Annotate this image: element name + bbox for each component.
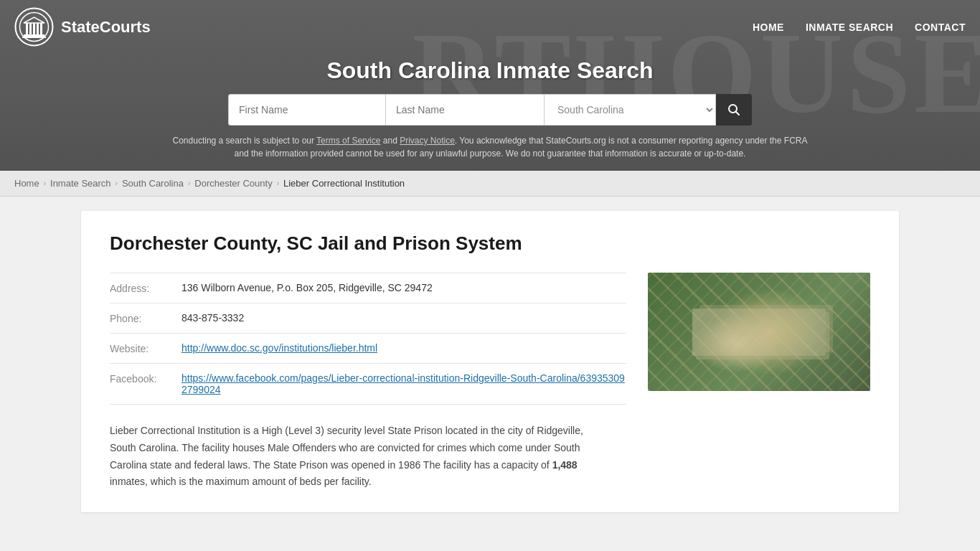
breadcrumb-dorchester-county[interactable]: Dorchester County	[194, 178, 272, 189]
breadcrumb-south-carolina[interactable]: South Carolina	[122, 178, 184, 189]
phone-label: Phone:	[110, 312, 174, 324]
facebook-label: Facebook:	[110, 372, 174, 385]
svg-rect-9	[22, 37, 46, 38]
facility-description: Lieber Correctional Institution is a Hig…	[110, 423, 612, 491]
main-content: Dorchester County, SC Jail and Prison Sy…	[67, 197, 913, 527]
website-label: Website:	[110, 342, 174, 354]
breadcrumb-sep-1: ›	[44, 179, 46, 187]
svg-rect-6	[40, 23, 42, 34]
breadcrumb-sep-3: ›	[188, 179, 190, 187]
description-text-1: Lieber Correctional Institution is a Hig…	[110, 425, 583, 471]
breadcrumb-home[interactable]: Home	[14, 178, 39, 189]
svg-rect-8	[24, 34, 44, 37]
info-section: Address: 136 Wilborn Avenue, P.o. Box 20…	[110, 273, 870, 405]
header-center: South Carolina Inmate Search Select Stat…	[0, 54, 980, 171]
svg-rect-4	[33, 23, 35, 34]
facebook-link[interactable]: https://www.facebook.com/pages/Lieber-co…	[182, 372, 625, 395]
info-table: Address: 136 Wilborn Avenue, P.o. Box 20…	[110, 273, 626, 405]
site-header: StateCourts HOME INMATE SEARCH CONTACT S…	[0, 0, 980, 171]
facility-image-aerial	[648, 273, 870, 391]
breadcrumb-inmate-search[interactable]: Inmate Search	[50, 178, 111, 189]
address-value: 136 Wilborn Avenue, P.o. Box 205, Ridgev…	[182, 282, 626, 293]
logo-text: StateCourts	[61, 18, 151, 37]
privacy-link[interactable]: Privacy Notice	[400, 136, 455, 146]
facebook-row: Facebook: https://www.facebook.com/pages…	[110, 364, 626, 405]
search-state-select[interactable]: Select State Alabama Alaska Arizona Arka…	[544, 94, 716, 126]
top-navigation: StateCourts HOME INMATE SEARCH CONTACT	[0, 0, 980, 54]
website-value: http://www.doc.sc.gov/institutions/liebe…	[182, 342, 626, 354]
search-first-name[interactable]	[228, 94, 386, 126]
svg-rect-2	[26, 23, 28, 34]
svg-rect-3	[29, 23, 32, 34]
site-logo[interactable]: StateCourts	[14, 7, 151, 47]
logo-icon	[14, 7, 54, 47]
terms-link[interactable]: Terms of Service	[316, 136, 380, 146]
content-card: Dorchester County, SC Jail and Prison Sy…	[81, 211, 899, 512]
facility-title: Dorchester County, SC Jail and Prison Sy…	[110, 232, 870, 255]
address-label: Address:	[110, 282, 174, 294]
svg-line-11	[736, 112, 740, 116]
svg-rect-5	[37, 23, 39, 34]
search-bar: Select State Alabama Alaska Arizona Arka…	[14, 94, 966, 126]
search-button[interactable]	[716, 94, 752, 126]
nav-inmate-search[interactable]: INMATE SEARCH	[806, 22, 893, 33]
phone-value: 843-875-3332	[182, 312, 626, 324]
svg-marker-7	[24, 17, 44, 23]
facebook-value: https://www.facebook.com/pages/Lieber-co…	[182, 372, 626, 395]
search-icon	[727, 103, 740, 116]
nav-home[interactable]: HOME	[753, 22, 784, 33]
header-title: South Carolina Inmate Search	[14, 57, 966, 84]
disclaimer-text: Conducting a search is subject to our Te…	[167, 134, 813, 160]
address-row: Address: 136 Wilborn Avenue, P.o. Box 20…	[110, 273, 626, 303]
breadcrumb-sep-4: ›	[277, 179, 279, 187]
description-text-2: inmates, which is the maximum amount of …	[110, 476, 372, 487]
website-link[interactable]: http://www.doc.sc.gov/institutions/liebe…	[182, 342, 377, 354]
breadcrumb: Home › Inmate Search › South Carolina › …	[0, 171, 980, 197]
nav-links: HOME INMATE SEARCH CONTACT	[753, 22, 966, 33]
capacity-value: 1,488	[552, 459, 578, 471]
website-row: Website: http://www.doc.sc.gov/instituti…	[110, 334, 626, 364]
breadcrumb-current: Lieber Correctional Institution	[283, 178, 405, 189]
phone-row: Phone: 843-875-3332	[110, 303, 626, 334]
breadcrumb-sep-2: ›	[116, 179, 118, 187]
facility-image	[648, 273, 870, 391]
nav-contact[interactable]: CONTACT	[915, 22, 966, 33]
search-last-name[interactable]	[386, 94, 544, 126]
